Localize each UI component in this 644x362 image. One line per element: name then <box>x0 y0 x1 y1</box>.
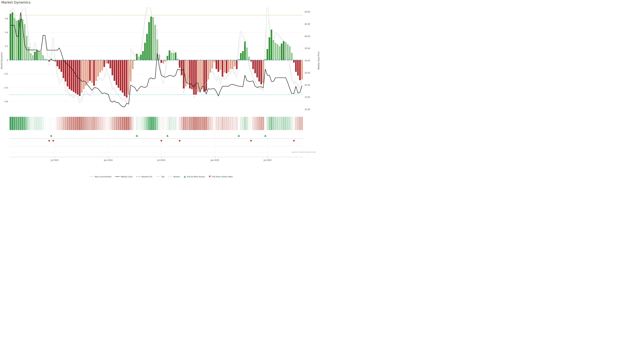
flip-up-marker[interactable] <box>238 135 240 137</box>
strip-cell[interactable] <box>42 117 44 130</box>
dynamics-bar[interactable] <box>118 60 119 88</box>
dynamics-bar[interactable] <box>120 60 121 91</box>
strip-cell[interactable] <box>124 117 126 130</box>
dynamics-bar[interactable] <box>14 18 15 60</box>
strip-cell[interactable] <box>258 117 260 130</box>
strip-cell[interactable] <box>34 117 36 130</box>
strip-cell[interactable] <box>30 117 32 130</box>
dynamics-bar[interactable] <box>97 60 99 77</box>
dynamics-bar[interactable] <box>152 17 154 60</box>
dynamics-bar[interactable] <box>124 60 125 96</box>
dynamics-bar[interactable] <box>104 60 105 67</box>
strip-cell[interactable] <box>212 117 213 130</box>
strip-cell[interactable] <box>150 117 152 130</box>
strip-cell[interactable] <box>101 117 103 130</box>
dynamics-bars[interactable] <box>10 12 303 97</box>
dynamics-bar[interactable] <box>28 47 30 60</box>
strip-cell[interactable] <box>56 117 58 130</box>
strip-cell[interactable] <box>71 117 72 130</box>
strip-cell[interactable] <box>103 117 105 130</box>
dynamics-bar[interactable] <box>44 59 46 60</box>
strip-cell[interactable] <box>281 117 282 130</box>
dynamics-bar[interactable] <box>93 60 95 86</box>
strip-cell[interactable] <box>291 117 293 130</box>
dynamics-bar[interactable] <box>218 60 219 72</box>
strip-cell[interactable] <box>68 117 70 130</box>
strip-cell[interactable] <box>242 117 244 130</box>
strip-cell[interactable] <box>118 117 119 130</box>
dynamics-bar[interactable] <box>177 59 178 60</box>
dynamics-bar[interactable] <box>56 60 58 66</box>
strip-cell[interactable] <box>126 117 128 130</box>
dynamics-bar[interactable] <box>244 41 246 60</box>
strip-cell[interactable] <box>191 117 193 130</box>
dynamics-bar[interactable] <box>232 60 234 69</box>
strip-cell[interactable] <box>175 117 176 130</box>
strip-cell[interactable] <box>244 117 246 130</box>
dynamics-bar[interactable] <box>240 53 242 60</box>
strip-cell[interactable] <box>18 117 19 130</box>
strip-cell[interactable] <box>216 117 217 130</box>
dynamics-bar[interactable] <box>234 60 236 66</box>
strip-cell[interactable] <box>277 117 278 130</box>
dynamics-bar[interactable] <box>277 44 278 60</box>
strip-cell[interactable] <box>58 117 60 130</box>
strip-cell[interactable] <box>87 117 89 130</box>
dynamics-bar[interactable] <box>297 60 299 76</box>
legend-item-6[interactable]: Flip Down (Green→Red) <box>209 176 233 178</box>
strip-cell[interactable] <box>220 117 221 130</box>
strip-cell[interactable] <box>285 117 286 130</box>
strip-cell[interactable] <box>179 117 180 130</box>
dynamics-bar[interactable] <box>260 60 262 84</box>
dynamics-bar[interactable] <box>187 60 188 83</box>
strip-cell[interactable] <box>99 117 101 130</box>
dynamics-bar[interactable] <box>83 60 84 89</box>
dynamics-bar[interactable] <box>32 55 34 60</box>
dynamics-bar[interactable] <box>99 60 101 72</box>
dynamics-bar[interactable] <box>295 60 297 72</box>
flip-down-marker[interactable] <box>52 140 54 142</box>
dynamics-bar[interactable] <box>195 60 197 95</box>
strip-cell[interactable] <box>22 117 24 130</box>
dynamics-bar[interactable] <box>142 51 144 60</box>
strip-cell[interactable] <box>262 117 264 130</box>
dynamics-bar[interactable] <box>189 60 190 88</box>
strip-cell[interactable] <box>44 117 46 130</box>
dynamics-bar[interactable] <box>279 46 280 60</box>
dynamics-bar[interactable] <box>24 24 26 60</box>
dynamics-bar[interactable] <box>26 36 28 60</box>
dynamics-bar[interactable] <box>50 59 52 60</box>
strip-cell[interactable] <box>24 117 26 130</box>
dynamics-bar[interactable] <box>87 60 88 83</box>
dynamics-bar[interactable] <box>54 60 56 61</box>
strip-cell[interactable] <box>38 117 40 130</box>
strip-cell[interactable] <box>254 117 256 130</box>
legend-item-2[interactable]: Baseline (0) <box>136 176 152 178</box>
strip-cell[interactable] <box>160 117 162 130</box>
strip-cell[interactable] <box>272 117 274 130</box>
dynamics-bar[interactable] <box>224 60 225 72</box>
strip-cell[interactable] <box>199 117 201 130</box>
strip-cell[interactable] <box>173 117 174 130</box>
strip-cell[interactable] <box>187 117 189 130</box>
strip-cell[interactable] <box>205 117 207 130</box>
dynamics-bar[interactable] <box>199 60 201 91</box>
strip-cell[interactable] <box>120 117 121 130</box>
dynamics-bar[interactable] <box>136 54 138 60</box>
dynamics-bar[interactable] <box>206 60 207 91</box>
strip-cell[interactable] <box>20 117 22 130</box>
strip-cell[interactable] <box>275 117 276 130</box>
strip-cell[interactable] <box>10 117 11 130</box>
flip-down-marker[interactable] <box>250 140 252 142</box>
strip-cell[interactable] <box>224 117 226 130</box>
dynamics-bar[interactable] <box>48 60 50 61</box>
strip-cell[interactable] <box>301 117 303 130</box>
strip-cell[interactable] <box>232 117 234 130</box>
dynamics-bar[interactable] <box>75 60 76 93</box>
legend-item-1[interactable]: Weekly Close <box>115 176 132 178</box>
dynamics-bar[interactable] <box>281 43 282 60</box>
dynamics-bar[interactable] <box>34 52 36 60</box>
dynamics-bar[interactable] <box>160 60 162 63</box>
dynamics-bar[interactable] <box>228 60 230 72</box>
dynamics-bar[interactable] <box>126 60 128 97</box>
